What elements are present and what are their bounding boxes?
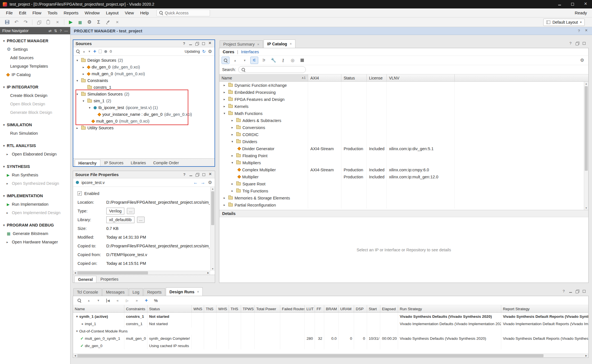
float-icon[interactable] [575,289,580,294]
sidebar-item-ip-catalog[interactable]: IP Catalog [0,70,70,79]
vertical-scrollbar[interactable]: ▲ ▼ [584,82,588,210]
scrollbar-thumb[interactable] [77,271,148,274]
close-tab-icon[interactable]: × [257,42,259,46]
tab-properties[interactable]: Properties [97,276,122,283]
settings-button[interactable]: ⚙ [85,18,94,26]
help-icon[interactable] [562,289,566,294]
table-row[interactable]: synth_1 (active) constrs_1 Not started V… [73,313,588,320]
column-header[interactable]: BRAM [324,305,339,312]
table-row[interactable]: Trig Functions [219,187,588,194]
table-row[interactable]: Embedded Processing [219,89,588,96]
tab-general[interactable]: General [74,276,96,283]
window-close-button[interactable] [579,0,592,8]
vertical-scrollbar[interactable]: ▲ ▼ [210,187,215,271]
first-run-button[interactable]: ◀ [104,297,112,304]
section-header-rtl-analysis[interactable]: RTL ANALYSIS [0,141,70,150]
search-button[interactable] [75,297,83,304]
tab-ip-catalog[interactable]: IP Catalog× [264,39,295,48]
table-row[interactable]: Floating Point [219,152,588,159]
scrollbar-thumb[interactable] [77,354,544,357]
create-run-button[interactable]: + [142,297,150,304]
delete-button[interactable]: × [53,18,62,26]
group-by-hierarchy-button[interactable]: ⚟ [250,57,258,64]
tree-row[interactable]: div_gen_0 (div_gen_0.xci) [73,64,215,70]
maximize-icon[interactable] [202,172,206,177]
section-header-ip-integrator[interactable]: IP INTEGRATOR [0,83,70,91]
column-header[interactable]: DSP [354,305,367,312]
maximize-icon[interactable] [582,289,586,294]
tree-row[interactable]: constrs_1 [73,84,215,91]
tree-row[interactable]: tb_ipcore_test (ipcore_test.v) (1) [73,104,215,111]
column-header[interactable]: URAM [339,305,354,312]
menu-help[interactable]: Help [137,9,152,17]
report-button[interactable]: Σ [94,18,103,26]
column-header[interactable]: Total Power [255,305,280,312]
column-header[interactable]: Status [147,305,192,312]
column-header[interactable]: Name [73,305,124,312]
sidebar-item-language-templates[interactable]: Language Templates [0,62,70,70]
tree-row[interactable]: Design Sources (2) [73,57,215,64]
tree-row[interactable]: mult_gen_0 (mult_gen_0.xci) [73,118,215,125]
maximize-icon[interactable] [201,41,206,46]
column-header[interactable]: FF [315,305,324,312]
enabled-checkbox[interactable] [78,191,82,196]
file-icon[interactable] [99,50,102,53]
menu-flow[interactable]: Flow [29,9,45,17]
section-header-program-and-debug[interactable]: PROGRAM AND DEBUG [0,221,70,229]
sidebar-item-open-synthesized-design[interactable]: Open Synthesized Design [0,179,70,188]
percentage-button[interactable]: % [152,297,160,304]
refresh-icon[interactable]: ↻ [202,49,206,54]
table-row[interactable]: Complex MultiplierAXI4-StreamProductionI… [219,166,588,173]
column-header-license[interactable]: License [367,74,387,81]
column-header[interactable]: WHS [217,305,229,312]
library-combobox[interactable]: xil_defaultlib [106,216,134,223]
tree-row[interactable]: Utility Sources [73,125,215,131]
expand-all-icon[interactable]: ▼ [88,50,91,53]
table-row[interactable]: Dynamic Function eXchange [219,82,588,89]
search-icon[interactable] [76,49,80,54]
sidebar-item-add-sources[interactable]: Add Sources [0,54,70,62]
run-button[interactable]: ▶ [67,18,75,26]
table-row[interactable]: Dividers [219,138,588,145]
ip-settings-button[interactable]: ⚷ [279,57,287,64]
previous-run-button[interactable]: « [114,297,122,304]
ip-search-input[interactable] [247,67,303,72]
column-header[interactable]: Elapsed [380,305,398,312]
scroll-right-icon[interactable]: ▶ [206,271,210,275]
sidebar-item-open-block-design[interactable]: Open Block Design [0,100,70,108]
table-row[interactable]: CORDIC [219,131,588,138]
sidebar-item-run-simulation[interactable]: Run Simulation [0,129,70,137]
expand-all-button[interactable]: ▼ [94,297,102,304]
column-header[interactable]: TNS [204,305,217,312]
tree-row[interactable]: sim_1 (2) [73,97,215,104]
tree-row[interactable]: Simulation Sources (2) [73,91,215,97]
menu-tools[interactable]: Tools [45,9,61,17]
table-row[interactable]: MultiplierProductionIncludedxilinx.com:i… [219,173,588,180]
maximize-icon[interactable] [582,41,586,46]
forward-arrow-icon[interactable]: → [201,180,205,185]
library-browse-button[interactable]: … [137,217,145,223]
column-header-vlnv[interactable]: VLNV [387,74,455,81]
section-header-simulation[interactable]: SIMULATION [0,121,70,129]
search-toggle-button[interactable] [222,57,229,64]
table-row[interactable]: Memories & Storage Elements [219,194,588,201]
sidebar-item-open-hardware-manager[interactable]: Open Hardware Manager [0,238,70,246]
view-tab-cores[interactable]: Cores [223,50,234,54]
tab-messages[interactable]: Messages [102,288,128,296]
column-header[interactable]: TPWS [241,305,255,312]
column-header[interactable]: Report Strategy [501,305,588,312]
scroll-right-icon[interactable]: ▶ [584,354,588,358]
help-icon[interactable] [577,29,581,33]
column-header-name[interactable]: Name∧1 [219,74,308,81]
tree-row[interactable]: your_instance_name : div_gen_0 (div_gen_… [73,111,215,118]
minimize-icon[interactable] [188,41,193,46]
table-row[interactable]: Math Functions [219,110,588,117]
scrollbar-thumb[interactable] [211,191,214,225]
table-row[interactable]: div_gen_0 Using cached IP results [73,342,588,349]
quick-access-input[interactable] [165,11,204,15]
paste-button[interactable] [44,18,52,26]
column-header[interactable]: THS [229,305,241,312]
add-sources-icon[interactable]: + [93,48,96,54]
launch-run-button[interactable]: ▷ [123,297,131,304]
column-header[interactable]: WNS [192,305,204,312]
